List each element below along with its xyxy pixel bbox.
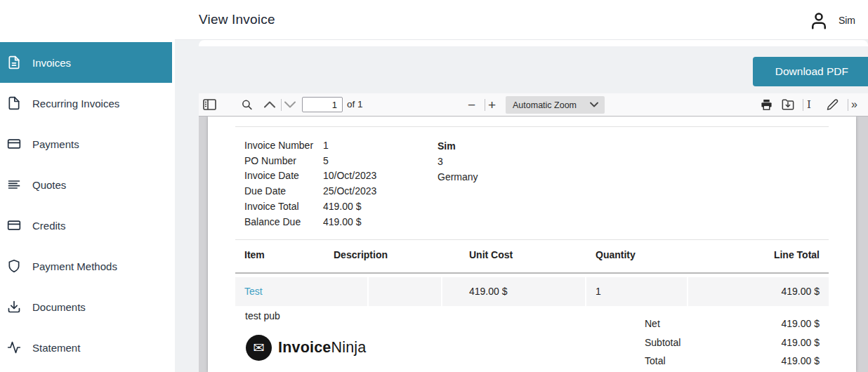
sidebar-item-payment-methods[interactable]: Payment Methods: [0, 246, 172, 286]
sidebar-item-label: Documents: [32, 301, 86, 313]
detail-label: Invoice Number: [244, 138, 323, 154]
download-icon: [7, 300, 21, 314]
sidebar-item-label: Credits: [32, 220, 66, 232]
summary-label: Subtotal: [645, 333, 680, 352]
activity-icon: [7, 340, 21, 354]
sidebar-item-label: Payments: [32, 138, 79, 150]
sidebar-item-invoices[interactable]: Invoices: [0, 42, 172, 83]
zoom-in-icon[interactable]: +: [488, 98, 496, 112]
toolbar-separator: [485, 99, 485, 111]
zoom-level-value: Automatic Zoom: [513, 100, 577, 110]
zoom-level-select[interactable]: Automatic Zoom: [506, 96, 605, 114]
detail-label: Balance Due: [244, 215, 323, 230]
table-header-border: [235, 272, 829, 274]
column-header: Description: [334, 249, 388, 260]
user-menu[interactable]: Sim: [808, 8, 855, 32]
detail-value: 419.00 $: [323, 215, 362, 230]
align-left-icon: [7, 178, 21, 192]
summary-label: Net: [645, 314, 660, 333]
client-block: Sim 3 Germany: [438, 138, 478, 185]
detail-label: PO Number: [244, 154, 323, 169]
detail-label: Invoice Total: [244, 199, 323, 215]
line-item-total: 419.00 $: [782, 286, 820, 297]
print-icon[interactable]: [761, 99, 772, 111]
toolbar-separator: [848, 99, 848, 111]
column-header: Line Total: [774, 249, 820, 260]
divider: [235, 126, 829, 127]
table-row-cell: [586, 277, 687, 306]
pdf-page: Invoice Number1 PO Number5 Invoice Date1…: [208, 117, 856, 372]
next-page-icon[interactable]: [284, 101, 296, 108]
detail-value: 1: [323, 138, 329, 154]
credit-card-icon: [7, 218, 21, 232]
toolbar-separator: [803, 99, 803, 111]
detail-label: Invoice Date: [244, 168, 323, 184]
column-header: Quantity: [596, 249, 636, 260]
summary-value: 419.00 $: [782, 333, 820, 352]
pdf-scroll-area[interactable]: Invoice Number1 PO Number5 Invoice Date1…: [199, 117, 868, 372]
main-content: Download PDF of 1 − + Automatic Zoom I: [175, 40, 868, 372]
sidebar-item-label: Invoices: [32, 57, 71, 69]
detail-value: 25/Oct/2023: [323, 184, 376, 199]
search-icon[interactable]: [241, 99, 253, 111]
sidebar-item-label: Payment Methods: [32, 260, 117, 272]
sidebar-item-payments[interactable]: Payments: [0, 124, 172, 164]
sidebar-item-label: Recurring Invoices: [32, 98, 119, 109]
user-icon: [808, 10, 829, 31]
table-row-cell: [369, 277, 441, 306]
detail-value: 5: [323, 154, 329, 169]
credit-card-icon: [7, 137, 21, 151]
sidebar-item-statement[interactable]: Statement: [0, 327, 172, 368]
summary-value: 419.00 $: [782, 314, 820, 333]
pdf-toolbar: of 1 − + Automatic Zoom I »: [199, 93, 868, 117]
sidebar-item-label: Statement: [32, 342, 80, 354]
client-address-line: 3: [438, 154, 478, 169]
download-pdf-button[interactable]: Download PDF: [753, 57, 868, 86]
file-text-icon: [7, 55, 21, 69]
table-row-cell: [442, 277, 585, 306]
sidebar: Invoices Recurring Invoices Payments Quo…: [0, 0, 175, 372]
client-name: Sim: [438, 138, 478, 154]
sidebar-item-quotes[interactable]: Quotes: [0, 164, 172, 205]
shield-icon: [7, 259, 21, 273]
summary-value: 419.00 $: [782, 352, 820, 371]
line-item-quantity: 1: [596, 286, 601, 297]
text-selection-icon[interactable]: I: [807, 98, 811, 111]
column-header: Item: [244, 249, 265, 260]
line-item-unit-cost: 419.00 $: [469, 286, 508, 297]
previous-page-icon[interactable]: [264, 101, 275, 108]
line-item-name: Test: [244, 286, 263, 297]
sidebar-item-credits[interactable]: Credits: [0, 205, 172, 246]
detail-value: 419.00 $: [323, 199, 362, 215]
page-count-label: of 1: [347, 99, 363, 109]
column-header: Unit Cost: [469, 249, 513, 260]
chevron-down-icon: [590, 102, 598, 107]
table-header-row: Item Description Unit Cost Quantity Line…: [208, 241, 856, 270]
user-name: Sim: [839, 15, 855, 26]
sidebar-item-recurring-invoices[interactable]: Recurring Invoices: [0, 83, 172, 124]
page-title: View Invoice: [199, 12, 275, 27]
summary-label: Total: [645, 352, 666, 371]
detail-value: 10/Oct/2023: [323, 168, 376, 184]
page-number-input[interactable]: [302, 97, 343, 112]
file-icon: [7, 96, 21, 110]
save-file-icon[interactable]: [782, 99, 794, 111]
zoom-out-icon[interactable]: −: [468, 98, 475, 112]
sidebar-item-label: Quotes: [32, 179, 66, 191]
annotate-pencil-icon[interactable]: [827, 99, 839, 111]
invoice-details: Invoice Number1 PO Number5 Invoice Date1…: [244, 138, 376, 230]
detail-label: Due Date: [244, 184, 323, 199]
card-top-edge: [199, 40, 868, 46]
top-header: View Invoice Sim: [172, 0, 868, 40]
toggle-sidebar-icon[interactable]: [203, 99, 216, 110]
pdf-viewer-frame: of 1 − + Automatic Zoom I » Invoice Numb…: [199, 93, 868, 372]
toolbar-separator: [281, 99, 282, 111]
client-country: Germany: [438, 169, 478, 185]
more-tools-icon[interactable]: »: [851, 98, 857, 111]
sidebar-item-documents[interactable]: Documents: [0, 286, 172, 327]
totals-summary: Net419.00 $ Subtotal419.00 $ Total419.00…: [208, 314, 856, 371]
table-top-border: [235, 239, 829, 240]
